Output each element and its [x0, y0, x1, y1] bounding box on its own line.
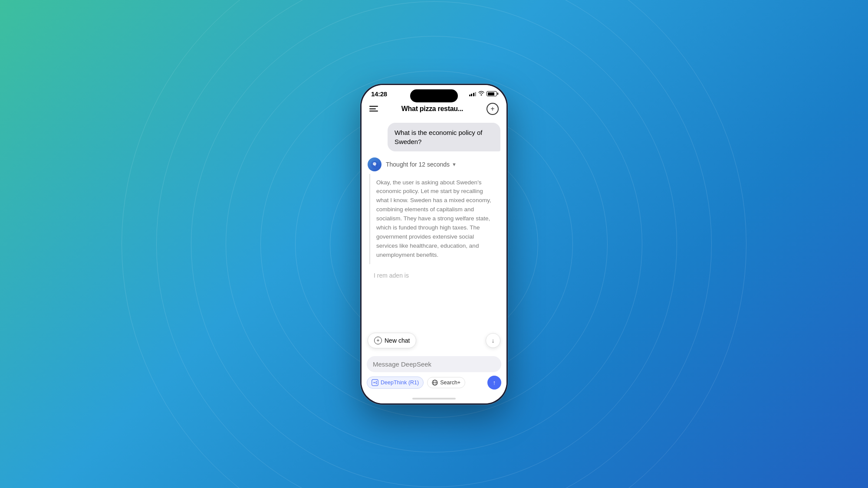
deepthink-button[interactable]: DeepThink (R1) [367, 377, 424, 389]
scroll-down-button[interactable]: ↓ [486, 333, 500, 348]
phone-frame: 14:28 [360, 84, 508, 405]
user-message-bubble: What is the economic policy of Sweden? [388, 123, 500, 151]
deepthink-icon [372, 379, 378, 386]
new-chat-icon: + [374, 337, 382, 344]
home-indicator [362, 394, 506, 403]
partial-response-text: I rem aden is [368, 270, 500, 281]
dynamic-island [410, 89, 458, 102]
input-area: DeepThink (R1) Search+ ↑ [362, 353, 506, 394]
search-plus-button[interactable]: Search+ [427, 377, 465, 388]
toolbar: DeepThink (R1) Search+ ↑ [367, 376, 501, 390]
menu-button[interactable] [369, 106, 378, 111]
chat-scroll[interactable]: What is the economic policy of Sweden? [362, 118, 506, 353]
status-bar: 14:28 [362, 85, 506, 99]
floating-buttons-overlay: + New chat ↓ [362, 329, 506, 353]
send-button[interactable]: ↑ [487, 376, 501, 390]
chat-title: What pizza restau... [401, 105, 463, 113]
thought-content: Okay, the user is asking about Sweden's … [369, 174, 500, 264]
globe-icon [432, 380, 438, 386]
new-chat-floating-button[interactable]: + New chat [368, 333, 416, 348]
message-input[interactable] [373, 360, 495, 368]
status-time: 14:28 [371, 90, 387, 98]
wifi-icon [478, 91, 484, 97]
svg-point-5 [376, 383, 377, 384]
signal-icon [469, 91, 477, 96]
ai-response: Thought for 12 seconds ▼ Okay, the user … [368, 157, 500, 264]
svg-point-4 [376, 381, 377, 382]
chevron-down-icon: ▼ [452, 162, 457, 167]
message-input-wrapper [367, 356, 501, 372]
arrow-down-icon: ↓ [492, 337, 495, 344]
ai-response-header: Thought for 12 seconds ▼ [368, 157, 500, 171]
phone-screen: 14:28 [362, 85, 506, 403]
send-icon: ↑ [493, 379, 496, 386]
thought-toggle[interactable]: Thought for 12 seconds ▼ [386, 161, 457, 168]
status-icons [469, 91, 497, 97]
ai-avatar [368, 157, 381, 171]
new-chat-button[interactable]: + [487, 103, 499, 115]
svg-point-1 [374, 163, 375, 164]
battery-icon [487, 91, 497, 96]
chat-area: What is the economic policy of Sweden? [362, 118, 506, 353]
svg-point-2 [375, 163, 375, 164]
